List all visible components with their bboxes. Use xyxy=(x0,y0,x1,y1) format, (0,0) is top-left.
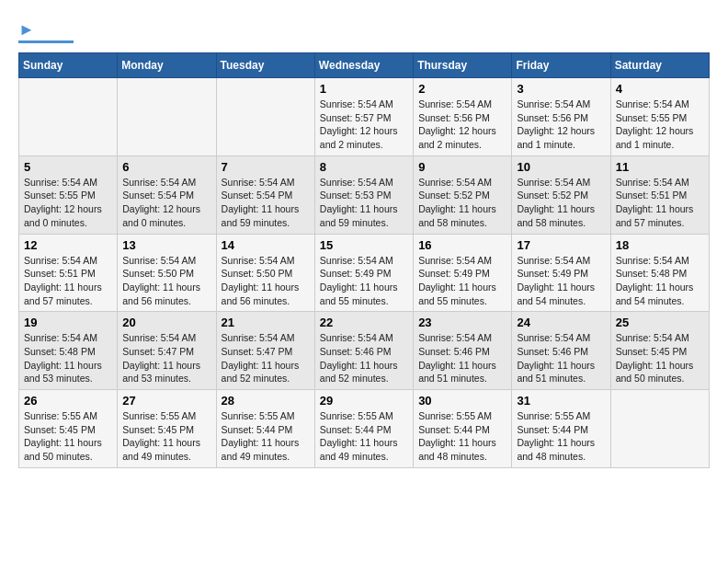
day-info: Sunrise: 5:55 AM Sunset: 5:44 PM Dayligh… xyxy=(222,409,310,464)
calendar-cell: 19Sunrise: 5:54 AM Sunset: 5:48 PM Dayli… xyxy=(19,312,118,390)
day-number: 5 xyxy=(24,160,112,174)
day-number: 16 xyxy=(418,238,506,252)
day-info: Sunrise: 5:54 AM Sunset: 5:55 PM Dayligh… xyxy=(24,176,112,230)
day-number: 13 xyxy=(122,238,210,252)
day-info: Sunrise: 5:55 AM Sunset: 5:44 PM Dayligh… xyxy=(418,409,506,464)
day-info: Sunrise: 5:54 AM Sunset: 5:52 PM Dayligh… xyxy=(517,176,605,230)
calendar-cell: 22Sunrise: 5:54 AM Sunset: 5:46 PM Dayli… xyxy=(314,312,413,390)
page-header: ► xyxy=(18,18,710,43)
day-number: 23 xyxy=(418,316,506,329)
week-row-1: 1Sunrise: 5:54 AM Sunset: 5:57 PM Daylig… xyxy=(19,78,710,156)
calendar-cell: 25Sunrise: 5:54 AM Sunset: 5:45 PM Dayli… xyxy=(610,312,709,390)
day-number: 29 xyxy=(320,394,408,408)
week-row-5: 26Sunrise: 5:55 AM Sunset: 5:45 PM Dayli… xyxy=(19,390,710,468)
calendar-cell: 1Sunrise: 5:54 AM Sunset: 5:57 PM Daylig… xyxy=(314,78,413,156)
logo: ► xyxy=(18,18,74,43)
day-info: Sunrise: 5:54 AM Sunset: 5:52 PM Dayligh… xyxy=(418,176,506,230)
calendar-cell xyxy=(19,78,118,156)
calendar-cell: 2Sunrise: 5:54 AM Sunset: 5:56 PM Daylig… xyxy=(414,78,512,156)
day-info: Sunrise: 5:54 AM Sunset: 5:51 PM Dayligh… xyxy=(24,254,112,308)
day-number: 26 xyxy=(24,394,112,408)
day-info: Sunrise: 5:54 AM Sunset: 5:47 PM Dayligh… xyxy=(122,331,210,385)
calendar-cell: 27Sunrise: 5:55 AM Sunset: 5:45 PM Dayli… xyxy=(118,390,216,468)
day-info: Sunrise: 5:54 AM Sunset: 5:50 PM Dayligh… xyxy=(122,254,210,308)
day-number: 17 xyxy=(517,238,605,252)
day-number: 4 xyxy=(616,82,704,96)
day-number: 27 xyxy=(122,394,210,408)
calendar-cell: 26Sunrise: 5:55 AM Sunset: 5:45 PM Dayli… xyxy=(19,390,118,468)
day-number: 28 xyxy=(222,394,310,408)
day-info: Sunrise: 5:55 AM Sunset: 5:45 PM Dayligh… xyxy=(122,409,210,464)
day-number: 19 xyxy=(24,316,112,329)
day-info: Sunrise: 5:54 AM Sunset: 5:48 PM Dayligh… xyxy=(24,331,112,385)
calendar-cell: 7Sunrise: 5:54 AM Sunset: 5:54 PM Daylig… xyxy=(216,155,314,234)
calendar-cell: 12Sunrise: 5:54 AM Sunset: 5:51 PM Dayli… xyxy=(19,234,118,312)
calendar-cell: 24Sunrise: 5:54 AM Sunset: 5:46 PM Dayli… xyxy=(512,312,610,390)
day-info: Sunrise: 5:54 AM Sunset: 5:54 PM Dayligh… xyxy=(122,176,210,230)
calendar-cell xyxy=(610,390,709,468)
day-number: 31 xyxy=(517,394,605,408)
logo-text: ► xyxy=(18,18,35,39)
calendar-cell: 18Sunrise: 5:54 AM Sunset: 5:48 PM Dayli… xyxy=(610,234,709,312)
day-number: 6 xyxy=(122,160,210,174)
calendar-cell: 23Sunrise: 5:54 AM Sunset: 5:46 PM Dayli… xyxy=(414,312,512,390)
calendar-table: SundayMondayTuesdayWednesdayThursdayFrid… xyxy=(18,52,710,468)
day-info: Sunrise: 5:54 AM Sunset: 5:50 PM Dayligh… xyxy=(222,254,310,308)
calendar-cell: 5Sunrise: 5:54 AM Sunset: 5:55 PM Daylig… xyxy=(19,155,118,234)
calendar-cell: 28Sunrise: 5:55 AM Sunset: 5:44 PM Dayli… xyxy=(216,390,314,468)
day-info: Sunrise: 5:54 AM Sunset: 5:45 PM Dayligh… xyxy=(616,331,704,385)
day-info: Sunrise: 5:54 AM Sunset: 5:56 PM Dayligh… xyxy=(418,98,506,152)
day-info: Sunrise: 5:54 AM Sunset: 5:51 PM Dayligh… xyxy=(616,176,704,230)
week-row-4: 19Sunrise: 5:54 AM Sunset: 5:48 PM Dayli… xyxy=(19,312,710,390)
calendar-cell: 10Sunrise: 5:54 AM Sunset: 5:52 PM Dayli… xyxy=(512,155,610,234)
day-info: Sunrise: 5:54 AM Sunset: 5:49 PM Dayligh… xyxy=(517,254,605,308)
calendar-cell: 21Sunrise: 5:54 AM Sunset: 5:47 PM Dayli… xyxy=(216,312,314,390)
day-number: 9 xyxy=(418,160,506,174)
day-info: Sunrise: 5:54 AM Sunset: 5:54 PM Dayligh… xyxy=(222,176,310,230)
day-info: Sunrise: 5:54 AM Sunset: 5:46 PM Dayligh… xyxy=(320,331,408,385)
day-number: 2 xyxy=(418,82,506,96)
day-number: 18 xyxy=(616,238,704,252)
day-number: 24 xyxy=(517,316,605,329)
day-number: 22 xyxy=(320,316,408,329)
day-number: 12 xyxy=(24,238,112,252)
calendar-cell: 9Sunrise: 5:54 AM Sunset: 5:52 PM Daylig… xyxy=(414,155,512,234)
day-number: 3 xyxy=(517,82,605,96)
calendar-cell: 3Sunrise: 5:54 AM Sunset: 5:56 PM Daylig… xyxy=(512,78,610,156)
calendar-cell: 4Sunrise: 5:54 AM Sunset: 5:55 PM Daylig… xyxy=(610,78,709,156)
day-info: Sunrise: 5:54 AM Sunset: 5:56 PM Dayligh… xyxy=(517,98,605,152)
day-info: Sunrise: 5:55 AM Sunset: 5:44 PM Dayligh… xyxy=(517,409,605,464)
day-info: Sunrise: 5:54 AM Sunset: 5:57 PM Dayligh… xyxy=(320,98,408,152)
day-number: 8 xyxy=(320,160,408,174)
day-info: Sunrise: 5:54 AM Sunset: 5:55 PM Dayligh… xyxy=(616,98,704,152)
day-number: 11 xyxy=(616,160,704,174)
day-number: 25 xyxy=(616,316,704,329)
logo-triangle: ► xyxy=(18,20,35,39)
calendar-cell: 15Sunrise: 5:54 AM Sunset: 5:49 PM Dayli… xyxy=(314,234,413,312)
day-number: 7 xyxy=(222,160,310,174)
day-number: 10 xyxy=(517,160,605,174)
week-row-2: 5Sunrise: 5:54 AM Sunset: 5:55 PM Daylig… xyxy=(19,155,710,234)
weekday-header-tuesday: Tuesday xyxy=(216,53,314,78)
calendar-cell: 16Sunrise: 5:54 AM Sunset: 5:49 PM Dayli… xyxy=(414,234,512,312)
calendar-cell: 20Sunrise: 5:54 AM Sunset: 5:47 PM Dayli… xyxy=(118,312,216,390)
weekday-header-wednesday: Wednesday xyxy=(314,53,413,78)
calendar-cell: 29Sunrise: 5:55 AM Sunset: 5:44 PM Dayli… xyxy=(314,390,413,468)
calendar-cell: 14Sunrise: 5:54 AM Sunset: 5:50 PM Dayli… xyxy=(216,234,314,312)
day-number: 30 xyxy=(418,394,506,408)
calendar-cell xyxy=(118,78,216,156)
day-info: Sunrise: 5:54 AM Sunset: 5:53 PM Dayligh… xyxy=(320,176,408,230)
day-number: 15 xyxy=(320,238,408,252)
weekday-header-row: SundayMondayTuesdayWednesdayThursdayFrid… xyxy=(19,53,710,78)
calendar-cell: 8Sunrise: 5:54 AM Sunset: 5:53 PM Daylig… xyxy=(314,155,413,234)
week-row-3: 12Sunrise: 5:54 AM Sunset: 5:51 PM Dayli… xyxy=(19,234,710,312)
day-info: Sunrise: 5:55 AM Sunset: 5:45 PM Dayligh… xyxy=(24,409,112,464)
weekday-header-friday: Friday xyxy=(512,53,610,78)
calendar-cell: 13Sunrise: 5:54 AM Sunset: 5:50 PM Dayli… xyxy=(118,234,216,312)
calendar-cell xyxy=(216,78,314,156)
day-info: Sunrise: 5:54 AM Sunset: 5:48 PM Dayligh… xyxy=(616,254,704,308)
day-number: 1 xyxy=(320,82,408,96)
calendar-cell: 11Sunrise: 5:54 AM Sunset: 5:51 PM Dayli… xyxy=(610,155,709,234)
day-info: Sunrise: 5:55 AM Sunset: 5:44 PM Dayligh… xyxy=(320,409,408,464)
day-info: Sunrise: 5:54 AM Sunset: 5:49 PM Dayligh… xyxy=(320,254,408,308)
